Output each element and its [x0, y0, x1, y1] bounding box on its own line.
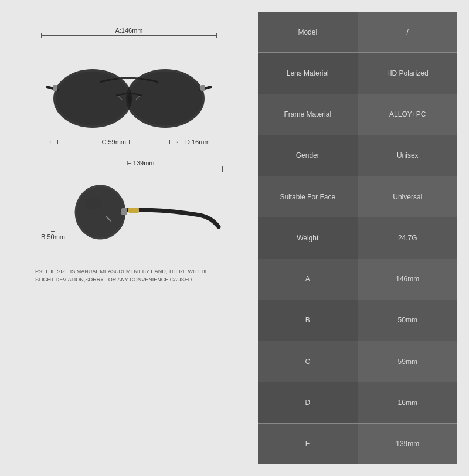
spec-value-6: 146mm: [358, 259, 458, 300]
dim-c-label: C:59mm: [101, 138, 126, 145]
svg-point-5: [142, 83, 165, 97]
svg-point-2: [55, 70, 131, 127]
measurement-note: PS: THE SIZE IS MANUAL MEASUREMENT BY HA…: [29, 268, 229, 284]
spec-row: C59mm: [258, 341, 457, 382]
glasses-front-svg: [41, 52, 217, 134]
spec-label-7: B: [258, 300, 358, 341]
bottom-dims: ← C:59mm → D:16mm: [48, 138, 209, 145]
svg-rect-12: [128, 208, 139, 213]
spec-value-0: /: [358, 12, 458, 52]
specs-table: Model/Lens MaterialHD PolarizedFrame Mat…: [258, 12, 457, 464]
spec-label-1: Lens Material: [258, 53, 358, 93]
side-diagram: E:139mm B:50mm: [29, 169, 229, 250]
svg-point-10: [76, 186, 125, 239]
spec-value-8: 59mm: [358, 341, 458, 382]
svg-point-3: [127, 70, 203, 127]
spec-value-1: HD Polarized: [358, 53, 458, 93]
spec-label-9: D: [258, 382, 358, 423]
spec-value-7: 50mm: [358, 300, 458, 341]
front-diagram: A:146mm: [29, 29, 229, 145]
spec-value-2: ALLOY+PC: [358, 94, 458, 135]
spec-value-10: 139mm: [358, 424, 458, 464]
spec-label-3: Gender: [258, 135, 358, 176]
glasses-side-view: [71, 174, 223, 250]
dim-e-label: E:139mm: [127, 159, 154, 166]
spec-label-4: Suitable For Face: [258, 176, 358, 217]
side-content: B:50mm: [41, 174, 223, 250]
spec-row: Lens MaterialHD Polarized: [258, 53, 457, 94]
spec-row: E139mm: [258, 424, 457, 464]
spec-label-5: Weight: [258, 217, 358, 258]
spec-row: Suitable For FaceUniversal: [258, 176, 457, 217]
svg-point-4: [69, 83, 93, 97]
spec-value-5: 24.7G: [358, 217, 458, 258]
spec-row: Model/: [258, 12, 457, 53]
main-container: A:146mm: [0, 0, 469, 476]
spec-row: Weight24.7G: [258, 217, 457, 259]
spec-label-0: Model: [258, 12, 358, 52]
svg-rect-7: [200, 85, 205, 91]
svg-rect-13: [121, 208, 127, 215]
spec-row: B50mm: [258, 300, 457, 341]
spec-row: A146mm: [258, 259, 457, 300]
left-panel: A:146mm: [12, 12, 246, 464]
spec-label-8: C: [258, 341, 358, 382]
spec-value-9: 16mm: [358, 382, 458, 423]
spec-value-3: Unisex: [358, 135, 458, 176]
spec-label-6: A: [258, 259, 358, 300]
spec-row: Frame MaterialALLOY+PC: [258, 94, 457, 135]
glasses-side-svg: [71, 174, 223, 250]
dim-a-label: A:146mm: [115, 27, 142, 34]
spec-value-4: Universal: [358, 176, 458, 217]
dim-d-label: D:16mm: [185, 138, 210, 145]
glasses-front-view: [41, 52, 217, 134]
spec-row: GenderUnisex: [258, 135, 457, 176]
dim-b-label: B:50mm: [41, 233, 65, 240]
svg-rect-6: [53, 85, 57, 91]
spec-label-10: E: [258, 424, 358, 464]
spec-label-2: Frame Material: [258, 94, 358, 135]
svg-point-11: [85, 198, 101, 209]
spec-row: D16mm: [258, 382, 457, 423]
